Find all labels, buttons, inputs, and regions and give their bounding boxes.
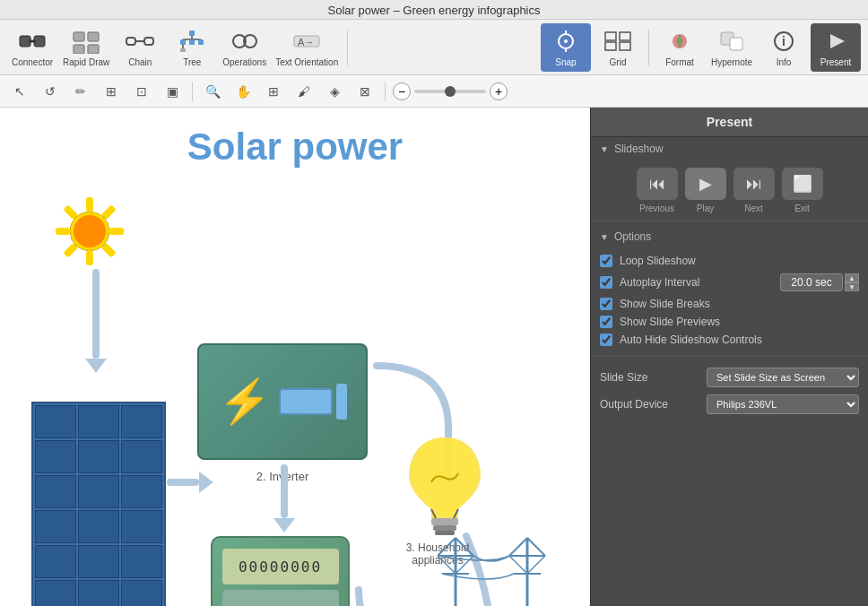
zoom-slider[interactable] <box>414 90 486 93</box>
tree-icon <box>178 27 206 56</box>
svg-text:A→: A→ <box>298 37 314 48</box>
connector-icon <box>18 27 47 56</box>
options-section-header[interactable]: ▼ Options <box>591 225 868 248</box>
toolbar-format[interactable]: Format <box>655 23 705 72</box>
fit-tool[interactable]: ⊞ <box>261 79 286 104</box>
edit-tool[interactable]: ⊞ <box>99 79 124 104</box>
toolbar-sep-1 <box>347 30 348 65</box>
previous-label: Previous <box>639 203 674 213</box>
svg-line-68 <box>509 538 527 556</box>
svg-rect-17 <box>189 39 195 45</box>
canvas-content: Solar power <box>0 108 590 606</box>
hand-tool[interactable]: ✋ <box>230 79 256 104</box>
square-tool[interactable]: ▣ <box>160 79 185 104</box>
snap-icon <box>551 27 580 56</box>
svg-rect-41 <box>109 228 124 235</box>
toolbar-grid[interactable]: Grid <box>593 23 643 72</box>
solar-panel-graphic: 1. Solar panels <box>31 402 166 606</box>
toolbar-snap[interactable]: Snap <box>541 23 591 72</box>
options-triangle: ▼ <box>600 232 609 242</box>
show-slide-breaks-checkbox[interactable] <box>600 298 612 310</box>
svg-rect-45 <box>56 228 70 235</box>
right-panel: Present ▼ Slideshow ⏮ Previous ▶ Play ⏭ … <box>590 108 868 606</box>
svg-marker-38 <box>830 34 845 48</box>
toolbar-operations[interactable]: Operations <box>219 23 270 72</box>
meter-bottom <box>222 590 339 606</box>
present-label: Present <box>820 57 851 67</box>
options-label: Options <box>614 230 651 243</box>
text-orientation-label: Text Orientation <box>275 57 338 67</box>
svg-rect-20 <box>180 48 186 52</box>
autoplay-stepper: ▲ ▼ <box>845 273 859 291</box>
exit-button[interactable]: ⬜ Exit <box>782 168 823 213</box>
autoplay-label: Autoplay Interval <box>620 276 699 289</box>
arrow-inverter-to-meter <box>273 464 295 532</box>
svg-text:i: i <box>782 34 786 48</box>
slideshow-controls: ⏮ Previous ▶ Play ⏭ Next ⬜ Exit <box>591 160 868 217</box>
paint-tool[interactable]: 🖌 <box>291 79 317 104</box>
present-icon <box>821 27 850 56</box>
toolbar-chain[interactable]: Chain <box>115 23 165 72</box>
resize-tool[interactable]: ⊠ <box>352 79 378 104</box>
toolbar-sep-2 <box>648 30 649 65</box>
toolbar-info[interactable]: i Info <box>759 23 809 72</box>
svg-rect-5 <box>74 32 84 41</box>
connector-label: Connector <box>12 57 53 67</box>
previous-button[interactable]: ⏮ Previous <box>637 168 678 213</box>
exit-icon: ⬜ <box>782 168 823 200</box>
slideshow-section-header[interactable]: ▼ Slideshow <box>591 137 868 160</box>
svg-rect-43 <box>86 251 93 265</box>
chain-icon <box>126 27 154 56</box>
svg-rect-6 <box>88 32 99 41</box>
toolbar-rapid-draw[interactable]: Rapid Draw <box>59 23 113 72</box>
output-device-select[interactable]: Philips 236VL <box>707 394 859 414</box>
hypernote-icon <box>717 27 746 56</box>
toolbar-present[interactable]: Present <box>811 23 861 72</box>
loop-slideshow-checkbox[interactable] <box>600 255 612 267</box>
arrow-sun-to-panel <box>85 269 107 373</box>
zoom-plus-btn[interactable]: + <box>490 82 508 100</box>
autoplay-interval-row: Autoplay Interval ▲ ▼ <box>600 270 859 295</box>
toolbar-tree[interactable]: Tree <box>167 23 217 72</box>
eraser-tool[interactable]: ◈ <box>322 79 347 104</box>
slideshow-label: Slideshow <box>614 143 664 155</box>
hypernote-label: Hypernote <box>711 57 752 67</box>
autoplay-checkbox[interactable] <box>600 276 612 289</box>
rapid-draw-label: Rapid Draw <box>63 57 109 67</box>
options-section: Loop Slideshow Autoplay Interval ▲ ▼ Sho… <box>591 248 868 352</box>
zoom-thumb[interactable] <box>445 86 456 97</box>
output-device-label: Output Device <box>600 398 668 411</box>
zoom-minus-btn[interactable]: − <box>393 82 411 100</box>
play-icon: ▶ <box>685 168 726 200</box>
window-title: Solar power – Green energy infographics <box>327 4 540 17</box>
toolbar-text-orientation[interactable]: A→ Text Orientation <box>272 23 342 72</box>
t2-sep-1 <box>192 82 193 101</box>
svg-line-69 <box>527 538 545 556</box>
auto-hide-controls-checkbox[interactable] <box>600 333 612 346</box>
zoom-control: − + <box>393 82 508 100</box>
auto-hide-controls-label: Auto Hide Slideshow Controls <box>620 333 762 346</box>
next-button[interactable]: ⏭ Next <box>733 168 775 213</box>
main-area: Solar power <box>0 108 868 606</box>
operations-icon <box>230 27 259 56</box>
arc-tool[interactable]: ↺ <box>38 79 63 104</box>
toolbar-hypernote[interactable]: Hypernote <box>707 23 757 72</box>
cursor-tool[interactable]: ↖ <box>7 79 32 104</box>
previous-icon: ⏮ <box>637 168 678 200</box>
diagram-title: Solar power <box>18 126 572 169</box>
pointer-tool[interactable]: ⊡ <box>129 79 154 104</box>
svg-rect-29 <box>605 32 616 40</box>
autoplay-input[interactable] <box>780 273 843 291</box>
search-tool[interactable]: 🔍 <box>200 79 225 104</box>
autoplay-down[interactable]: ▼ <box>845 282 859 291</box>
next-icon: ⏭ <box>733 168 775 200</box>
toolbar-connector[interactable]: Connector <box>7 23 57 72</box>
main-toolbar: Connector Rapid Draw Chain Tree Operatio… <box>0 20 868 75</box>
autoplay-up[interactable]: ▲ <box>845 273 859 282</box>
svg-rect-35 <box>730 38 742 50</box>
show-slide-previews-checkbox[interactable] <box>600 316 612 328</box>
play-button[interactable]: ▶ Play <box>685 168 726 213</box>
pen-tool[interactable]: ✏ <box>68 79 93 104</box>
canvas[interactable]: Solar power <box>0 108 590 606</box>
slide-size-select[interactable]: Set Slide Size as Screen <box>707 368 859 387</box>
